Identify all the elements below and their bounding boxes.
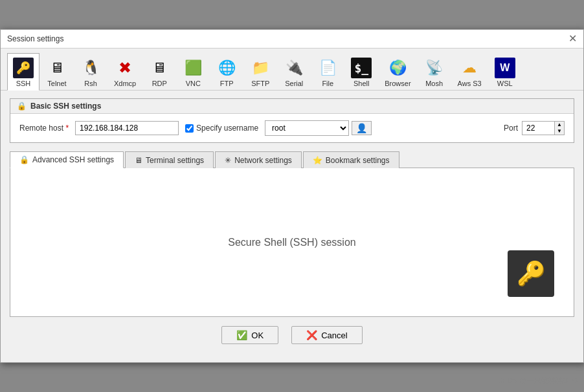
specify-username-label: Specify username: [185, 124, 258, 133]
proto-awss3-label: Aws S3: [458, 80, 482, 87]
main-content: 🔒 Basic SSH settings Remote host * Speci…: [1, 91, 583, 362]
user-manager-icon: 👤: [356, 123, 367, 133]
proto-ftp-label: FTP: [220, 80, 234, 87]
basic-ssh-title-text: Basic SSH settings: [30, 102, 101, 111]
tab-terminal[interactable]: 🖥 Terminal settings: [125, 151, 214, 168]
network-tab-label: Network settings: [234, 156, 292, 165]
tab-advanced-ssh[interactable]: 🔒 Advanced SSH settings: [10, 151, 124, 168]
mosh-icon: 📡: [424, 58, 445, 78]
proto-shell-label: Shell: [354, 80, 369, 87]
session-settings-window: Session settings ✕ 🔑 SSH 🖥 Telnet 🐧 Rsh …: [0, 29, 584, 363]
proto-browser[interactable]: 🌍 Browser: [379, 53, 416, 90]
proto-sftp[interactable]: 📁 SFTP: [244, 53, 276, 90]
proto-wsl-label: WSL: [497, 80, 513, 87]
sftp-icon: 📁: [250, 58, 271, 78]
proto-wsl[interactable]: W WSL: [489, 53, 521, 90]
file-icon: 📄: [317, 58, 338, 78]
advanced-ssh-icon: 🔒: [19, 155, 29, 164]
proto-file[interactable]: 📄 File: [311, 53, 344, 90]
proto-file-label: File: [322, 80, 333, 87]
username-select[interactable]: root: [265, 120, 349, 136]
shell-icon: $_: [351, 58, 372, 78]
port-group: Port ▲ ▼: [504, 121, 565, 135]
proto-serial[interactable]: 🔌 Serial: [278, 53, 310, 90]
port-spinners: ▲ ▼: [554, 121, 565, 135]
settings-tab-bar: 🔒 Advanced SSH settings 🖥 Terminal setti…: [10, 151, 574, 168]
port-input-wrap: ▲ ▼: [522, 121, 565, 135]
rdp-icon: 🖥: [149, 58, 170, 78]
proto-awss3[interactable]: ☁ Aws S3: [452, 53, 488, 90]
port-label: Port: [504, 124, 518, 133]
settings-tabs-container: 🔒 Advanced SSH settings 🖥 Terminal setti…: [10, 151, 574, 317]
ok-icon: ✅: [236, 330, 247, 340]
vnc-icon: 🟩: [183, 58, 203, 78]
proto-rsh-label: Rsh: [84, 80, 97, 87]
tab-bookmark[interactable]: ⭐ Bookmark settings: [303, 151, 399, 168]
window-title: Session settings: [7, 34, 63, 43]
basic-ssh-icon: 🔒: [17, 102, 27, 111]
basic-ssh-group: 🔒 Basic SSH settings Remote host * Speci…: [10, 98, 574, 143]
telnet-icon: 🖥: [47, 58, 67, 78]
username-select-wrapper: root 👤: [265, 120, 372, 136]
remote-host-label: Remote host *: [19, 124, 69, 133]
close-button[interactable]: ✕: [568, 34, 577, 44]
port-increment-button[interactable]: ▲: [555, 122, 564, 128]
protocol-toolbar: 🔑 SSH 🖥 Telnet 🐧 Rsh ✖ Xdmcp 🖥 RDP 🟩 VNC…: [1, 49, 583, 91]
proto-serial-label: Serial: [285, 80, 303, 87]
footer-buttons: ✅ OK ❌ Cancel: [10, 317, 574, 354]
proto-xdmcp-label: Xdmcp: [114, 80, 136, 87]
proto-xdmcp[interactable]: ✖ Xdmcp: [108, 53, 142, 90]
proto-vnc[interactable]: 🟩 VNC: [177, 53, 209, 90]
tab-network[interactable]: ✳ Network settings: [215, 151, 302, 168]
proto-rsh[interactable]: 🐧 Rsh: [74, 53, 107, 90]
remote-host-input[interactable]: [75, 121, 179, 135]
bookmark-tab-label: Bookmark settings: [326, 156, 390, 165]
proto-vnc-label: VNC: [186, 80, 201, 87]
ssh-icon: 🔑: [13, 58, 34, 78]
terminal-icon: 🖥: [135, 156, 142, 165]
xdmcp-icon: ✖: [115, 58, 135, 78]
title-bar: Session settings ✕: [1, 30, 583, 49]
rsh-icon: 🐧: [80, 58, 101, 78]
proto-rdp[interactable]: 🖥 RDP: [143, 53, 175, 90]
serial-icon: 🔌: [284, 58, 304, 78]
session-description: Secure Shell (SSH) session: [228, 237, 355, 248]
basic-ssh-body: Remote host * Specify username root 👤: [10, 114, 574, 142]
specify-username-checkbox[interactable]: [185, 124, 194, 133]
port-decrement-button[interactable]: ▼: [555, 128, 564, 135]
proto-sftp-label: SFTP: [251, 80, 269, 87]
wsl-icon: W: [495, 58, 515, 78]
key-icon: 🔑: [508, 250, 554, 297]
advanced-ssh-tab-label: Advanced SSH settings: [32, 155, 114, 164]
proto-rdp-label: RDP: [152, 80, 167, 87]
proto-telnet[interactable]: 🖥 Telnet: [41, 53, 73, 90]
bookmark-icon: ⭐: [313, 156, 322, 165]
cancel-icon: ❌: [306, 330, 317, 340]
proto-shell[interactable]: $_ Shell: [345, 53, 377, 90]
terminal-tab-label: Terminal settings: [146, 156, 204, 165]
awss3-icon: ☁: [459, 58, 480, 78]
ftp-icon: 🌐: [216, 58, 237, 78]
proto-telnet-label: Telnet: [47, 80, 66, 87]
cancel-button[interactable]: ❌ Cancel: [291, 326, 362, 344]
proto-ssh[interactable]: 🔑 SSH: [7, 53, 39, 91]
tab-content-area: Secure Shell (SSH) session 🔑: [10, 168, 574, 317]
basic-ssh-title: 🔒 Basic SSH settings: [10, 99, 574, 114]
cancel-label: Cancel: [321, 331, 347, 340]
proto-ftp[interactable]: 🌐 FTP: [210, 53, 243, 90]
proto-ssh-label: SSH: [16, 80, 31, 87]
proto-browser-label: Browser: [385, 80, 410, 87]
port-input[interactable]: [522, 121, 554, 135]
browser-icon: 🌍: [387, 58, 408, 78]
proto-mosh[interactable]: 📡 Mosh: [418, 53, 451, 90]
user-manager-button[interactable]: 👤: [352, 121, 372, 135]
watermark: CSDN @一只铁憨憨O_O: [497, 376, 578, 386]
proto-mosh-label: Mosh: [425, 80, 443, 87]
network-icon: ✳: [225, 156, 231, 165]
ok-button[interactable]: ✅ OK: [221, 326, 278, 344]
ok-label: OK: [251, 331, 264, 340]
